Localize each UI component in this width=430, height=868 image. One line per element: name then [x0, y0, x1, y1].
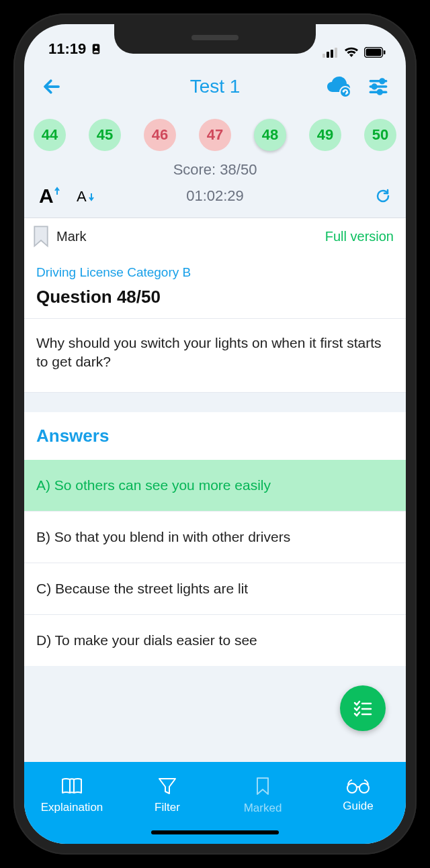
timer-label: 01:02:29 — [186, 187, 244, 205]
timer-row: A A 01:02:29 — [24, 179, 406, 218]
svg-rect-8 — [384, 50, 386, 54]
funnel-icon — [157, 777, 177, 795]
home-indicator — [151, 830, 279, 834]
tab-filter[interactable]: Filter — [120, 762, 215, 829]
answer-option[interactable]: B) So that you blend in with other drive… — [24, 511, 406, 563]
refresh-icon — [375, 188, 391, 204]
font-decrease-button[interactable]: A — [77, 187, 98, 205]
mark-button[interactable]: Mark — [31, 225, 86, 248]
question-pill-49[interactable]: 49 — [309, 119, 341, 151]
earpiece — [191, 35, 239, 40]
font-decrease-icon: A — [77, 187, 98, 205]
wifi-icon — [344, 47, 359, 58]
svg-point-9 — [340, 87, 351, 97]
tab-label: Guide — [343, 800, 373, 813]
phone-frame: 11:19 — [13, 13, 417, 855]
font-increase-icon: A — [39, 185, 63, 207]
question-pill-45[interactable]: 45 — [89, 119, 121, 151]
svg-point-22 — [359, 783, 369, 793]
top-bar: Test 1 — [24, 62, 406, 111]
page-title: Test 1 — [116, 76, 314, 97]
cloud-sync-button[interactable] — [325, 76, 352, 97]
settings-button[interactable] — [368, 77, 388, 96]
back-button[interactable] — [42, 77, 62, 97]
svg-point-1 — [95, 46, 97, 48]
question-text: Why should you switch your lights on whe… — [24, 319, 406, 392]
font-increase-button[interactable]: A — [39, 185, 63, 207]
answer-option[interactable]: A) So others can see you more easily — [24, 460, 406, 511]
back-arrow-icon — [42, 77, 62, 97]
score-label: Score: 38/50 — [24, 161, 406, 179]
status-indicators — [322, 47, 386, 58]
svg-point-21 — [347, 783, 357, 793]
tab-label: Filter — [155, 801, 180, 814]
svg-rect-4 — [331, 50, 333, 58]
answers-header: Answers — [24, 412, 406, 460]
question-pill-48[interactable]: 48 — [254, 119, 286, 151]
status-time: 11:19 — [48, 40, 86, 58]
svg-text:A: A — [77, 188, 87, 205]
notch — [114, 24, 316, 54]
question-pill-44[interactable]: 44 — [34, 119, 66, 151]
tab-guide[interactable]: Guide — [310, 762, 406, 829]
checklist-icon — [352, 697, 374, 719]
category-label: Driving License Category B — [36, 265, 394, 280]
mark-label: Mark — [56, 229, 86, 244]
answer-option[interactable]: C) Because the street lights are lit — [24, 563, 406, 614]
svg-point-11 — [380, 79, 384, 83]
answer-option[interactable]: D) To make your dials easier to see — [24, 614, 406, 666]
svg-point-13 — [372, 85, 376, 89]
sliders-icon — [368, 77, 388, 96]
tab-label: Marked — [244, 802, 282, 815]
question-number: Question 48/50 — [36, 287, 394, 307]
bookmark-icon — [31, 225, 51, 248]
mark-row: Mark Full version — [24, 218, 406, 254]
tab-label: Explaination — [41, 801, 103, 814]
status-time-area: 11:19 — [48, 40, 102, 58]
glasses-icon — [346, 778, 370, 794]
refresh-button[interactable] — [375, 188, 391, 204]
tab-marked[interactable]: Marked — [215, 762, 310, 829]
bookmark-outline-icon — [254, 776, 271, 796]
divider-gap — [24, 392, 406, 412]
svg-rect-3 — [327, 52, 329, 58]
answer-list: A) So others can see you more easilyB) S… — [24, 460, 406, 666]
portrait-icon — [90, 43, 102, 55]
battery-icon — [364, 47, 386, 58]
tab-explanation[interactable]: Explaination — [24, 762, 120, 829]
question-pill-46[interactable]: 46 — [144, 119, 176, 151]
cellular-signal-icon — [322, 47, 339, 58]
svg-rect-7 — [366, 49, 382, 56]
question-pills: 44454647484950 — [24, 111, 406, 158]
book-icon — [60, 777, 83, 795]
checklist-fab[interactable] — [340, 685, 386, 731]
svg-point-15 — [378, 90, 382, 94]
cloud-sync-icon — [325, 76, 352, 97]
svg-rect-5 — [335, 48, 337, 58]
question-pill-50[interactable]: 50 — [364, 119, 396, 151]
svg-rect-2 — [322, 54, 325, 58]
svg-text:A: A — [39, 185, 54, 207]
phone-screen: 11:19 — [24, 24, 406, 844]
question-pill-47[interactable]: 47 — [199, 119, 231, 151]
full-version-link[interactable]: Full version — [325, 229, 394, 244]
